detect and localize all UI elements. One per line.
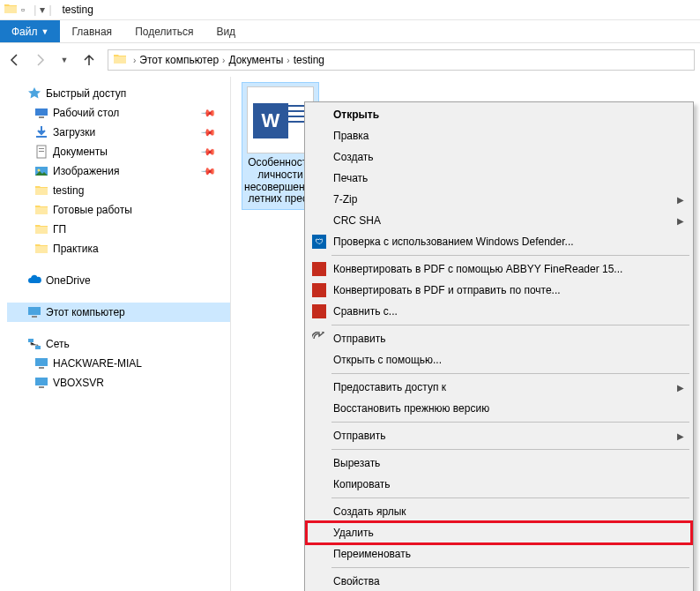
tab-share[interactable]: Поделиться bbox=[123, 20, 205, 42]
recent-locations-button[interactable]: ▼ bbox=[55, 50, 74, 70]
menu-label: Правка bbox=[333, 130, 369, 142]
submenu-arrow-icon: ▶ bbox=[677, 216, 684, 226]
quick-access[interactable]: Быстрый доступ bbox=[7, 84, 230, 103]
menu-separator bbox=[331, 497, 689, 498]
menu-label: Свойства bbox=[333, 575, 380, 587]
menu-open-with[interactable]: Открыть с помощью... bbox=[307, 349, 691, 370]
svg-rect-13 bbox=[39, 367, 44, 369]
sidebar-item-label: Изображения bbox=[53, 165, 119, 177]
menu-label: Создать bbox=[333, 151, 374, 163]
menu-separator bbox=[331, 422, 689, 423]
sidebar-network[interactable]: Сеть bbox=[7, 334, 230, 354]
menu-properties[interactable]: Свойства bbox=[307, 571, 691, 591]
svg-rect-5 bbox=[39, 151, 44, 152]
abbyy-icon bbox=[312, 262, 326, 276]
menu-label: Сравнить с... bbox=[333, 305, 398, 318]
menu-open[interactable]: Открыть bbox=[307, 104, 691, 125]
forward-button[interactable] bbox=[30, 50, 49, 70]
sidebar-item-ready-works[interactable]: Готовые работы bbox=[7, 200, 230, 220]
sidebar-item-desktop[interactable]: Рабочий стол 📌 bbox=[7, 103, 230, 123]
menu-label: Отправить bbox=[333, 333, 386, 345]
svg-rect-14 bbox=[35, 378, 48, 385]
computer-icon bbox=[34, 356, 49, 370]
sidebar-network-pc[interactable]: HACKWARE-MIAL bbox=[7, 354, 230, 373]
menu-delete[interactable]: Удалить bbox=[307, 522, 691, 543]
menu-abbyy-convert[interactable]: Конвертировать в PDF с помощью ABBYY Fin… bbox=[307, 258, 691, 280]
menu-create-shortcut[interactable]: Создать ярлык bbox=[307, 501, 691, 522]
menu-abbyy-email[interactable]: Конвертировать в PDF и отправить по почт… bbox=[307, 280, 691, 301]
menu-separator bbox=[331, 449, 689, 450]
menu-separator bbox=[331, 373, 689, 374]
svg-rect-2 bbox=[36, 136, 47, 138]
menu-label: Предоставить доступ к bbox=[333, 381, 446, 393]
breadcrumb-segment[interactable]: Документы bbox=[228, 54, 283, 66]
sidebar-item-label: Рабочий стол bbox=[53, 107, 119, 119]
star-icon bbox=[26, 86, 42, 101]
sidebar-item-downloads[interactable]: Загрузки 📌 bbox=[7, 123, 230, 142]
svg-rect-9 bbox=[32, 316, 37, 318]
separator: | bbox=[34, 4, 36, 16]
caret-down-icon: ▼ bbox=[41, 27, 49, 36]
tab-home-label: Главная bbox=[71, 26, 112, 38]
menu-copy[interactable]: Копировать bbox=[307, 474, 691, 495]
chevron-right-icon[interactable]: › bbox=[222, 56, 225, 65]
svg-rect-12 bbox=[35, 358, 48, 366]
computer-icon bbox=[34, 376, 49, 390]
menu-send[interactable]: Отправить bbox=[307, 328, 691, 349]
tab-file-label: Файл bbox=[11, 26, 38, 38]
sidebar-item-pictures[interactable]: Изображения 📌 bbox=[7, 161, 230, 181]
svg-rect-4 bbox=[39, 148, 44, 149]
qat-placeholder-icon: ▫ bbox=[21, 4, 25, 16]
breadcrumb-segment[interactable]: Этот компьютер bbox=[139, 54, 219, 66]
sidebar-item-label: HACKWARE-MIAL bbox=[53, 357, 142, 370]
menu-compare[interactable]: Сравнить с... bbox=[307, 301, 691, 322]
sidebar-item-gp[interactable]: ГП bbox=[7, 220, 230, 239]
sidebar-item-testing[interactable]: testing bbox=[7, 181, 230, 200]
menu-rename[interactable]: Переименовать bbox=[307, 543, 691, 565]
tab-file[interactable]: Файл ▼ bbox=[0, 20, 60, 42]
tab-home[interactable]: Главная bbox=[60, 20, 123, 42]
menu-separator bbox=[331, 255, 689, 256]
menu-defender[interactable]: 🛡 Проверка с использованием Windows Defe… bbox=[307, 231, 691, 252]
submenu-arrow-icon: ▶ bbox=[677, 195, 684, 205]
menu-restore-version[interactable]: Восстановить прежнюю версию bbox=[307, 398, 691, 419]
address-bar[interactable]: › Этот компьютер › Документы › testing bbox=[108, 49, 695, 71]
sidebar-item-label: Документы bbox=[53, 146, 108, 158]
menu-label: Конвертировать в PDF и отправить по почт… bbox=[333, 284, 561, 296]
up-button[interactable] bbox=[79, 50, 99, 70]
menu-print[interactable]: Печать bbox=[307, 168, 691, 189]
menu-label: Восстановить прежнюю версию bbox=[333, 402, 489, 415]
separator: | bbox=[48, 4, 51, 16]
menu-new[interactable]: Создать bbox=[307, 146, 691, 168]
chevron-right-icon[interactable]: › bbox=[133, 56, 136, 65]
menu-send-to[interactable]: Отправить▶ bbox=[307, 425, 691, 446]
menu-share-access[interactable]: Предоставить доступ к▶ bbox=[307, 377, 691, 398]
menu-crcsha[interactable]: CRC SHA▶ bbox=[307, 210, 691, 231]
sidebar-item-documents[interactable]: Документы 📌 bbox=[7, 142, 230, 161]
chevron-right-icon[interactable]: › bbox=[287, 56, 289, 65]
sidebar-item-label: Загрузки bbox=[53, 126, 95, 138]
cloud-icon bbox=[26, 273, 42, 288]
menu-edit[interactable]: Правка bbox=[307, 125, 691, 146]
svg-rect-15 bbox=[39, 386, 44, 388]
pin-icon: 📌 bbox=[199, 123, 216, 140]
submenu-arrow-icon: ▶ bbox=[677, 431, 684, 441]
navigation-pane: Быстрый доступ Рабочий стол 📌 Загрузки 📌… bbox=[0, 77, 231, 591]
svg-rect-1 bbox=[39, 116, 44, 118]
sidebar-item-practice[interactable]: Практика bbox=[7, 239, 230, 258]
sidebar-network-pc[interactable]: VBOXSVR bbox=[7, 373, 230, 393]
pictures-icon bbox=[34, 164, 49, 178]
menu-label: Вырезать bbox=[333, 457, 380, 469]
tab-view[interactable]: Вид bbox=[205, 20, 247, 42]
menu-separator bbox=[331, 567, 689, 568]
menu-label: Открыть bbox=[333, 108, 379, 121]
back-button[interactable] bbox=[5, 50, 25, 70]
menu-label: Удалить bbox=[333, 527, 374, 539]
folder-icon bbox=[113, 52, 127, 69]
menu-7zip[interactable]: 7-Zip▶ bbox=[307, 189, 691, 210]
sidebar-onedrive[interactable]: OneDrive bbox=[7, 271, 230, 290]
breadcrumb-segment[interactable]: testing bbox=[294, 54, 324, 66]
sidebar-this-pc[interactable]: Этот компьютер bbox=[7, 303, 230, 322]
menu-cut[interactable]: Вырезать bbox=[307, 453, 691, 474]
qat-dropdown-icon[interactable]: ▾ bbox=[40, 4, 45, 16]
